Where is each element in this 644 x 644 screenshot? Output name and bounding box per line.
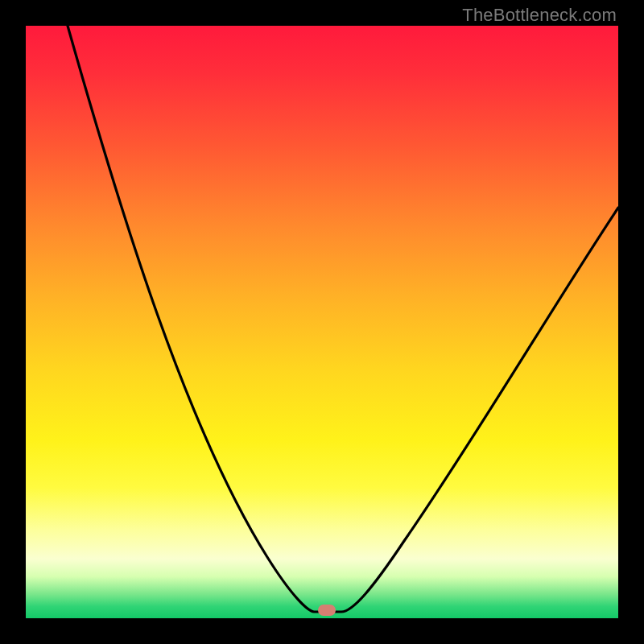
chart-container: TheBottleneck.com [0, 0, 644, 644]
watermark-text: TheBottleneck.com [462, 5, 617, 26]
bottleneck-curve [26, 26, 618, 618]
plot-area [26, 26, 618, 618]
optimal-point-marker [318, 605, 336, 616]
curve-path [68, 26, 618, 612]
